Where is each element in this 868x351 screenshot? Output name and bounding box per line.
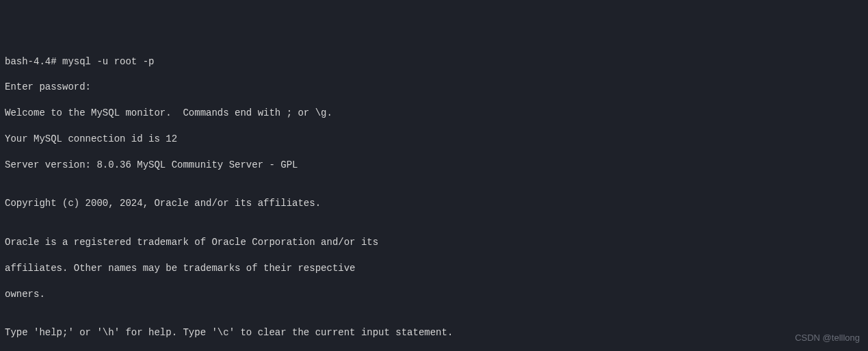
connection-id: Your MySQL connection id is 12 bbox=[5, 133, 863, 146]
trademark-2: affiliates. Other names may be trademark… bbox=[5, 262, 863, 275]
trademark-1: Oracle is a registered trademark of Orac… bbox=[5, 236, 863, 249]
watermark: CSDN @telllong bbox=[795, 332, 860, 344]
copyright: Copyright (c) 2000, 2024, Oracle and/or … bbox=[5, 197, 863, 210]
help-msg: Type 'help;' or '\h' for help. Type '\c'… bbox=[5, 326, 863, 339]
password-prompt: Enter password: bbox=[5, 81, 863, 94]
trademark-3: owners. bbox=[5, 288, 863, 301]
welcome-msg: Welcome to the MySQL monitor. Commands e… bbox=[5, 107, 863, 120]
server-version: Server version: 8.0.36 MySQL Community S… bbox=[5, 159, 863, 172]
shell-command: bash-4.4# mysql -u root -p bbox=[5, 55, 863, 68]
